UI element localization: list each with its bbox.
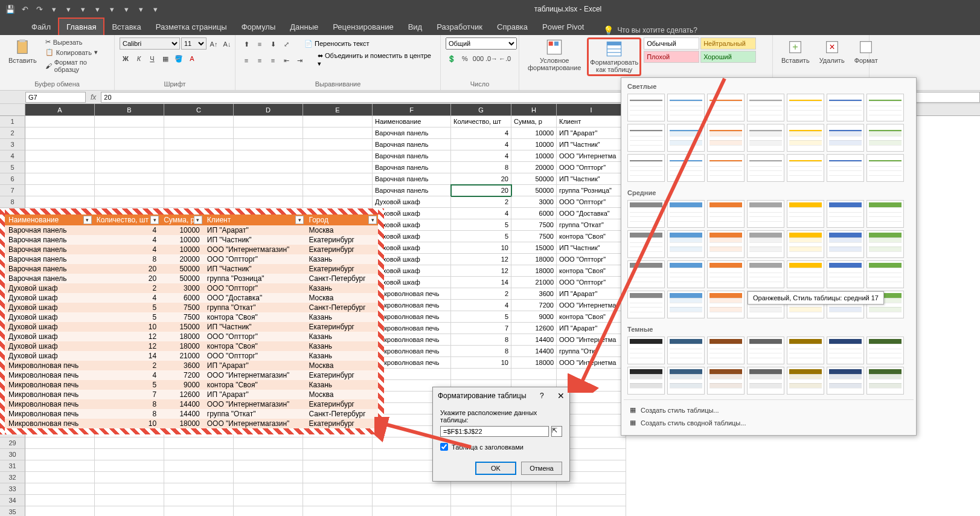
fill-color-button[interactable]: 🪣 [173,53,185,64]
cell[interactable]: 8 [451,162,511,173]
cell[interactable] [511,506,557,516]
qat-icon[interactable]: ▾ [121,4,132,15]
cell[interactable] [95,127,164,139]
cell[interactable] [557,495,626,506]
row-header[interactable]: 6 [0,173,25,185]
table-cell[interactable]: ООО "Интернетмагазин" [203,370,306,380]
cell[interactable] [303,173,373,185]
cell[interactable] [95,483,164,495]
cell[interactable]: Духовой шкаф [373,196,451,208]
table-cell[interactable]: 20 [93,274,161,283]
table-cell[interactable]: 4 [93,370,161,380]
decrease-decimal-icon[interactable]: ←.0 [499,53,511,64]
tab-view[interactable]: Вид [401,19,430,35]
cell[interactable] [25,185,95,196]
font-size-select[interactable]: 11 [181,37,207,50]
cell[interactable] [164,139,234,150]
decrease-font-icon[interactable]: A↓ [221,39,233,50]
table-style-swatch[interactable] [747,154,784,182]
cell[interactable] [25,472,95,483]
cell[interactable] [234,127,303,139]
table-style-swatch[interactable] [827,260,864,288]
cell[interactable]: 12 [451,265,511,277]
cell[interactable] [95,196,164,208]
delete-cells-button[interactable]: ×Удалить [816,37,848,65]
cell[interactable]: Микроволновая печь [373,334,451,346]
table-cell[interactable]: Казань [305,380,378,390]
table-cell[interactable]: Казань [305,312,378,322]
table-cell[interactable]: Духовой шкаф [5,351,93,361]
format-cells-button[interactable]: Формат [851,37,882,65]
table-style-swatch[interactable] [827,154,864,182]
tab-developer[interactable]: Разработчик [429,19,490,35]
row-header[interactable]: 30 [0,449,25,460]
new-table-style-button[interactable]: ▦Создать стиль таблицы... [629,404,909,416]
filter-dropdown-icon[interactable]: ▾ [150,216,159,224]
row-header[interactable]: 32 [0,472,25,483]
table-cell[interactable]: Микроволновая печь [5,409,93,419]
tab-insert[interactable]: Вставка [104,19,148,35]
table-cell[interactable]: ООО "Интернетмагазин" [203,245,306,254]
cell[interactable] [164,185,234,196]
tab-file[interactable]: Файл [24,19,58,35]
table-cell[interactable]: ИП "Частник" [203,235,306,245]
table-cell[interactable]: Микроволновая печь [5,399,93,409]
range-picker-icon[interactable]: ⇱ [551,426,562,437]
underline-button[interactable]: Ч [146,53,158,64]
font-name-select[interactable]: Calibri [120,37,180,50]
table-cell[interactable]: Микроволновая печь [5,390,93,399]
indent-increase-icon[interactable]: ⇥ [293,55,306,66]
table-cell[interactable]: 6000 [160,293,203,303]
currency-icon[interactable]: 💲 [446,53,458,64]
cell[interactable] [95,449,164,460]
cell[interactable]: 15000 [511,242,557,254]
cell[interactable]: 4 [451,300,511,311]
table-cell[interactable]: контора "Своя" [203,341,306,351]
table-cell[interactable]: Духовой шкаф [5,341,93,351]
table-cell[interactable]: 2 [93,361,161,370]
table-cell[interactable]: Москва [305,293,378,303]
cell[interactable] [451,483,511,495]
cell[interactable]: Варочная панель [373,185,451,196]
table-cell[interactable]: 7 [93,390,161,399]
table-cell[interactable]: Микроволновая печь [5,370,93,380]
cell[interactable]: Варочная панель [373,127,451,139]
table-cell[interactable]: 10 [93,419,161,428]
tab-home[interactable]: Главная [58,18,104,35]
cell[interactable] [164,150,234,162]
orientation-icon[interactable]: ⤢ [280,39,292,50]
cell[interactable] [95,185,164,196]
cell-style-neutral[interactable]: Нейтральный [700,37,756,50]
cell[interactable] [95,460,164,472]
cell[interactable] [234,116,303,127]
table-style-swatch[interactable] [787,230,824,258]
number-format-select[interactable]: Общий [446,37,517,50]
cell[interactable] [511,369,557,380]
table-style-swatch[interactable] [787,337,824,364]
cell[interactable] [95,150,164,162]
cell[interactable] [164,460,234,472]
cell-style-bad[interactable]: Плохой [644,51,699,63]
cell[interactable] [451,369,511,380]
table-cell[interactable]: Варочная панель [5,235,93,245]
table-style-swatch[interactable] [787,200,824,228]
cell[interactable]: Микроволновая печь [373,288,451,300]
table-cell[interactable]: 4 [93,235,161,245]
tab-pagelayout[interactable]: Разметка страницы [149,19,234,35]
cell[interactable]: 12600 [511,323,557,334]
table-cell[interactable]: 18000 [160,341,203,351]
cell[interactable] [25,506,95,516]
row-header[interactable]: 35 [0,506,25,516]
table-cell[interactable]: Микроволновая печь [5,419,93,428]
cell[interactable] [25,116,95,127]
cell[interactable] [164,173,234,185]
cell[interactable] [164,506,234,516]
fx-icon[interactable]: fx [91,93,96,102]
qat-icon[interactable]: ▾ [135,4,146,15]
cell[interactable]: 21000 [511,277,557,288]
table-cell[interactable]: 2 [93,283,161,293]
table-cell[interactable]: Духовой шкаф [5,283,93,293]
cell[interactable] [373,495,451,506]
table-cell[interactable]: ООО "Оптторг" [203,254,306,264]
align-top-icon[interactable]: ⬆ [240,39,252,50]
